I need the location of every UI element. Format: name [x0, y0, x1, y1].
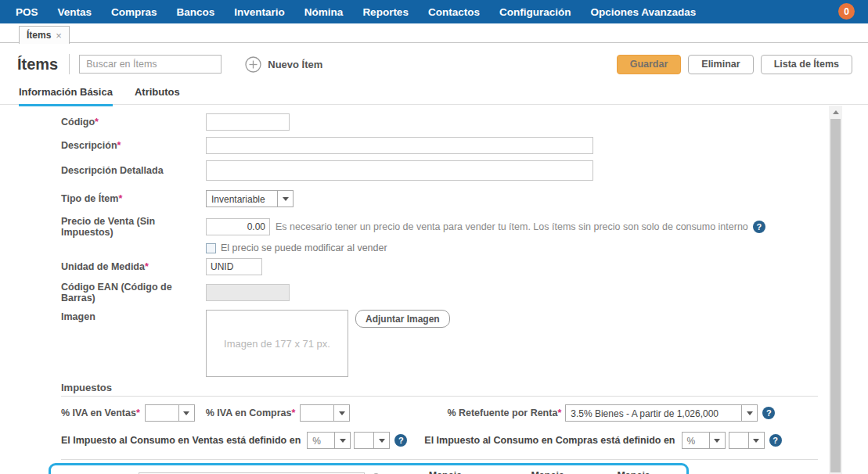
tab-items[interactable]: Ítems ×: [19, 26, 70, 44]
unidad-medida-row: Unidad de Medida*: [61, 258, 868, 275]
nav-item-compras[interactable]: Compras: [111, 6, 157, 18]
page-header: Ítems Nuevo Ítem Guardar Eliminar Lista …: [0, 43, 868, 74]
vertical-scrollbar[interactable]: [829, 106, 842, 474]
consumo-compras-unit-dropdown-button[interactable]: [709, 433, 725, 448]
item-flags: ✓ Maneja Atributos ✓ Maneja Lotes ✓ Mane…: [414, 470, 679, 474]
header-buttons: Guardar Eliminar Lista de Ítems: [617, 55, 852, 74]
nav-item-nomina[interactable]: Nómina: [304, 6, 344, 18]
notification-badge[interactable]: 0: [838, 3, 855, 20]
tipo-item-label: Tipo de Ítem*: [61, 193, 206, 204]
tipo-item-select[interactable]: Inventariable: [206, 190, 294, 207]
consumo-ventas-unit-dropdown-button[interactable]: [334, 433, 350, 448]
maneja-series-label: Maneja Series: [617, 470, 679, 474]
impuestos-heading: Impuestos: [61, 382, 868, 393]
codigo-ean-input: [206, 284, 290, 301]
new-item-button[interactable]: [245, 56, 261, 73]
price-editable-checkbox[interactable]: [206, 243, 216, 253]
nav-item-contactos[interactable]: Contactos: [428, 6, 480, 18]
precio-venta-row: Precio de Venta (Sin Impuestos) Es neces…: [61, 216, 868, 238]
consumo-compras-amount-select[interactable]: [729, 432, 765, 449]
tipo-item-value: Inventariable: [207, 191, 277, 206]
precio-venta-help-text: Es necesario tener un precio de venta pa…: [276, 221, 748, 232]
maneja-lotes-label: Maneja Lotes: [531, 470, 589, 474]
retefuente-value: 3.5% Bienes - A partir de 1,026,000: [566, 405, 741, 421]
tab-items-label: Ítems: [27, 30, 51, 41]
tipo-item-dropdown-button[interactable]: [277, 191, 293, 206]
chevron-down-icon: [747, 411, 753, 418]
nav-item-inventario[interactable]: Inventario: [234, 6, 285, 18]
iva-compras-dropdown-button[interactable]: [333, 405, 349, 421]
descripcion-label: Descripción*: [61, 140, 206, 151]
chevron-down-icon: [379, 439, 385, 446]
consumo-ventas-label: El Impuesto al Consumo en Ventas está de…: [61, 435, 301, 446]
maneja-atributos-label: Maneja Atributos: [429, 470, 503, 474]
save-button[interactable]: Guardar: [617, 55, 682, 74]
item-form: Código* Descripción* Descripción Detalla…: [0, 105, 868, 474]
consumo-ventas-amount-select[interactable]: [354, 432, 390, 449]
nav-item-reportes[interactable]: Reportes: [362, 6, 409, 18]
descripcion-detallada-input[interactable]: [206, 160, 593, 181]
retefuente-select[interactable]: 3.5% Bienes - A partir de 1,026,000: [565, 404, 758, 422]
plus-circle-icon: [245, 56, 261, 73]
scrollbar-up-button[interactable]: [829, 106, 842, 118]
consumo-ventas-amount-dropdown-button[interactable]: [373, 433, 389, 448]
help-icon[interactable]: ?: [769, 434, 782, 447]
consumo-ventas-unit-select[interactable]: %: [307, 432, 351, 449]
maneja-lotes-flag[interactable]: ✓ Maneja Lotes: [517, 470, 589, 474]
scrollbar-thumb[interactable]: [830, 119, 841, 472]
iva-ventas-value: [146, 405, 178, 421]
attach-image-button[interactable]: Adjuntar Imagen: [355, 310, 450, 328]
consumo-compras-amount-dropdown-button[interactable]: [748, 433, 764, 448]
nav-item-configuracion[interactable]: Configuración: [499, 6, 571, 18]
new-item-label[interactable]: Nuevo Ítem: [268, 59, 322, 70]
required-marker: *: [292, 408, 296, 418]
help-icon[interactable]: ?: [753, 221, 765, 233]
help-icon[interactable]: ?: [762, 407, 775, 419]
tab-informacion-basica[interactable]: Información Básica: [19, 86, 113, 104]
maneja-series-flag[interactable]: ✓ Maneja Series: [603, 470, 679, 474]
help-icon[interactable]: ?: [394, 434, 407, 447]
tab-atributos[interactable]: Atributos: [135, 86, 180, 104]
precio-modificable-row: El precio se puede modificar al vender: [61, 242, 868, 253]
main-navbar: POS Ventas Compras Bancos Inventario Nóm…: [0, 0, 868, 23]
iva-ventas-dropdown-button[interactable]: [178, 405, 194, 421]
nav-item-pos[interactable]: POS: [16, 6, 38, 18]
consumo-compras-unit-select[interactable]: %: [682, 432, 726, 449]
impuesto-consumo-row: El Impuesto al Consumo en Ventas está de…: [61, 432, 868, 449]
close-icon[interactable]: ×: [56, 30, 62, 41]
iva-row: % IVA en Ventas* % IVA en Compras* % Ret…: [61, 404, 868, 422]
descripcion-input[interactable]: [206, 137, 593, 154]
document-tabstrip: Ítems ×: [0, 23, 868, 43]
required-marker: *: [145, 261, 149, 272]
unidad-medida-input[interactable]: [206, 258, 262, 275]
descripcion-detallada-row: Descripción Detallada: [61, 160, 868, 181]
image-placeholder-text: Imagen de 177 x 71 px.: [224, 338, 330, 350]
search-input[interactable]: [79, 55, 222, 74]
codigo-input[interactable]: [206, 113, 290, 131]
nav-item-ventas[interactable]: Ventas: [58, 6, 92, 18]
delete-button[interactable]: Eliminar: [688, 55, 753, 74]
categoria-highlight-box: Categoría ? ✓ Maneja Atributos ✓ Maneja …: [49, 463, 689, 474]
imagen-row: Imagen Imagen de 177 x 71 px. Adjuntar I…: [61, 310, 868, 377]
nav-item-bancos[interactable]: Bancos: [177, 6, 215, 18]
retefuente-dropdown-button[interactable]: [741, 405, 757, 421]
precio-venta-input[interactable]: [206, 218, 270, 235]
chevron-down-icon: [340, 439, 346, 446]
consumo-ventas-amount-value: [355, 433, 373, 448]
precio-venta-label: Precio de Venta (Sin Impuestos): [61, 216, 206, 238]
codigo-ean-row: Código EAN (Código de Barras): [61, 282, 868, 303]
price-editable-label[interactable]: El precio se puede modificar al vender: [221, 242, 387, 253]
chevron-down-icon: [714, 439, 720, 446]
image-placeholder: Imagen de 177 x 71 px.: [206, 310, 348, 377]
nav-item-opciones-avanzadas[interactable]: Opciones Avanzadas: [590, 6, 696, 18]
required-marker: *: [136, 408, 140, 418]
iva-ventas-select[interactable]: [145, 404, 195, 422]
consumo-compras-amount-value: [729, 433, 748, 448]
chevron-up-icon: [833, 107, 839, 114]
item-list-button[interactable]: Lista de Ítems: [761, 55, 852, 74]
maneja-atributos-flag[interactable]: ✓ Maneja Atributos: [414, 470, 503, 474]
descripcion-detallada-label: Descripción Detallada: [61, 165, 206, 176]
required-marker: *: [117, 140, 121, 151]
consumo-compras-label: El Impuesto al Consumo en Compras está d…: [424, 435, 675, 446]
iva-compras-select[interactable]: [300, 404, 350, 422]
